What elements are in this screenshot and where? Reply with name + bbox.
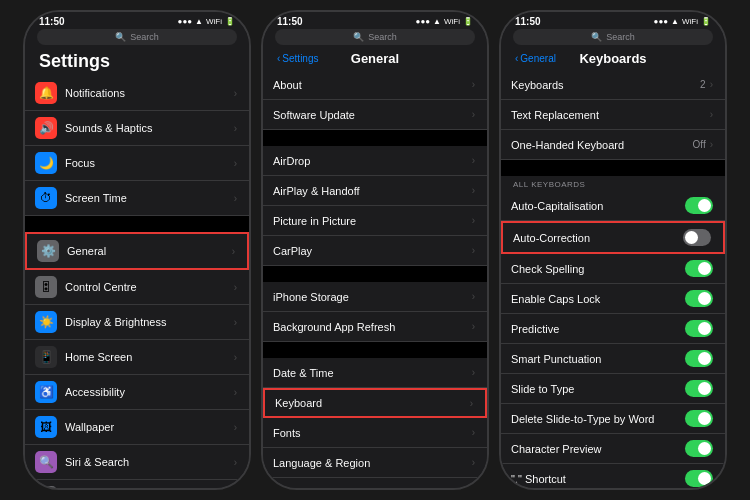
auto-cap-toggle[interactable]	[685, 197, 713, 214]
phone-2: 11:50 ●●● ▲ WiFi 🔋 🔍 Search ‹ Settings G…	[261, 10, 489, 490]
list-item[interactable]: About ›	[263, 70, 487, 100]
check-spelling-toggle[interactable]	[685, 260, 713, 277]
status-bar-2: 11:50 ●●● ▲ WiFi 🔋	[263, 12, 487, 29]
display-icon: ☀️	[35, 311, 57, 333]
phone-3: 11:50 ●●● ▲ WiFi 🔋 🔍 Search ‹ General Ke…	[499, 10, 727, 490]
list-item[interactable]: 🖼 Wallpaper ›	[25, 410, 249, 445]
list-item[interactable]: Software Update ›	[263, 100, 487, 130]
settings-scroll-2[interactable]: About › Software Update › AirDrop › AirP…	[263, 70, 487, 488]
caps-lock-toggle[interactable]	[685, 290, 713, 307]
one-handed-item[interactable]: One-Handed Keyboard Off ›	[501, 130, 725, 160]
title-row-2: ‹ Settings General	[263, 49, 487, 70]
list-item[interactable]: Language & Region ›	[263, 448, 487, 478]
list-item[interactable]: Background App Refresh ›	[263, 312, 487, 342]
text-replacement-item[interactable]: Text Replacement ›	[501, 100, 725, 130]
control-icon: 🎛	[35, 276, 57, 298]
list-item[interactable]: CarPlay ›	[263, 236, 487, 266]
char-preview-item[interactable]: Character Preview	[501, 434, 725, 464]
list-item[interactable]: 🔍 Siri & Search ›	[25, 445, 249, 480]
general-icon: ⚙️	[37, 240, 59, 262]
list-item[interactable]: 🔔 Notifications ›	[25, 76, 249, 111]
settings-list-1: 🔔 Notifications › 🔊 Sounds & Haptics › 🌙…	[25, 76, 249, 488]
smart-punctuation-item[interactable]: Smart Punctuation	[501, 344, 725, 374]
status-bar-3: 11:50 ●●● ▲ WiFi 🔋	[501, 12, 725, 29]
list-item[interactable]: AirDrop ›	[263, 146, 487, 176]
homescreen-icon: 📱	[35, 346, 57, 368]
back-button-2[interactable]: ‹ Settings	[277, 53, 318, 64]
notifications-icon: 🔔	[35, 82, 57, 104]
list-item[interactable]: ⏱ Screen Time ›	[25, 181, 249, 216]
predictive-toggle[interactable]	[685, 320, 713, 337]
general-item[interactable]: ⚙️ General › ◀	[25, 232, 249, 270]
keyboard-item[interactable]: Keyboard › ◀	[263, 388, 487, 418]
list-item[interactable]: iPhone Storage ›	[263, 282, 487, 312]
char-preview-toggle[interactable]	[685, 440, 713, 457]
screentime-icon: ⏱	[35, 187, 57, 209]
time-1: 11:50	[39, 16, 65, 27]
wallpaper-icon: 🖼	[35, 416, 57, 438]
list-item[interactable]: 🔊 Sounds & Haptics ›	[25, 111, 249, 146]
predictive-item[interactable]: Predictive	[501, 314, 725, 344]
list-item[interactable]: 👤 Face ID & Passcode ›	[25, 480, 249, 488]
slide-type-toggle[interactable]	[685, 380, 713, 397]
time-2: 11:50	[277, 16, 303, 27]
slide-to-type-item[interactable]: Slide to Type	[501, 374, 725, 404]
all-keyboards-header: ALL KEYBOARDS	[501, 176, 725, 191]
status-icons-2: ●●● ▲ WiFi 🔋	[416, 17, 473, 26]
dot-shortcut-toggle[interactable]	[685, 470, 713, 487]
title-row-3: ‹ General Keyboards	[501, 49, 725, 70]
list-item[interactable]: ♿ Accessibility ›	[25, 375, 249, 410]
status-icons-1: ●●● ▲ WiFi 🔋	[178, 17, 235, 26]
settings-list-3: Keyboards 2 › Text Replacement › One-Han…	[501, 70, 725, 488]
accessibility-icon: ♿	[35, 381, 57, 403]
settings-list-2: About › Software Update › AirDrop › AirP…	[263, 70, 487, 488]
back-button-3[interactable]: ‹ General	[515, 53, 556, 64]
time-3: 11:50	[515, 16, 541, 27]
check-spelling-item[interactable]: Check Spelling	[501, 254, 725, 284]
section-gap	[263, 130, 487, 146]
auto-correction-toggle[interactable]	[683, 229, 711, 246]
list-item[interactable]: Picture in Picture ›	[263, 206, 487, 236]
siri-icon: 🔍	[35, 451, 57, 473]
page-title-3: Keyboards	[579, 51, 646, 66]
caps-lock-item[interactable]: Enable Caps Lock	[501, 284, 725, 314]
auto-capitalisation-item[interactable]: Auto-Capitalisation	[501, 191, 725, 221]
focus-icon: 🌙	[35, 152, 57, 174]
list-item[interactable]: 🎛 Control Centre ›	[25, 270, 249, 305]
section-gap	[25, 216, 249, 232]
list-item[interactable]: Fonts ›	[263, 418, 487, 448]
keyboards-item[interactable]: Keyboards 2 ›	[501, 70, 725, 100]
status-bar-1: 11:50 ●●● ▲ WiFi 🔋	[25, 12, 249, 29]
search-label-1: Search	[130, 32, 159, 42]
search-label-3: Search	[606, 32, 635, 42]
list-item[interactable]: AirPlay & Handoff ›	[263, 176, 487, 206]
phone-1: 11:50 ●●● ▲ WiFi 🔋 🔍 Search Settings 🔔 N…	[23, 10, 251, 490]
settings-scroll-3[interactable]: Keyboards 2 › Text Replacement › One-Han…	[501, 70, 725, 488]
auto-correction-item[interactable]: Auto-Correction ◀	[501, 221, 725, 254]
section-gap	[501, 160, 725, 176]
delete-slide-item[interactable]: Delete Slide-to-Type by Word	[501, 404, 725, 434]
list-item[interactable]: Date & Time ›	[263, 358, 487, 388]
dot-shortcut-item[interactable]: "." Shortcut	[501, 464, 725, 488]
faceid-icon: 👤	[35, 486, 57, 488]
sounds-icon: 🔊	[35, 117, 57, 139]
list-item[interactable]: 📱 Home Screen ›	[25, 340, 249, 375]
smart-punct-toggle[interactable]	[685, 350, 713, 367]
page-title-1: Settings	[25, 49, 249, 76]
status-icons-3: ●●● ▲ WiFi 🔋	[654, 17, 711, 26]
section-gap	[263, 266, 487, 282]
list-item[interactable]: ☀️ Display & Brightness ›	[25, 305, 249, 340]
list-item[interactable]: 🌙 Focus ›	[25, 146, 249, 181]
settings-scroll-1[interactable]: 🔔 Notifications › 🔊 Sounds & Haptics › 🌙…	[25, 76, 249, 488]
list-item[interactable]: Dictionary ›	[263, 478, 487, 488]
search-label-2: Search	[368, 32, 397, 42]
delete-slide-toggle[interactable]	[685, 410, 713, 427]
section-gap	[263, 342, 487, 358]
page-title-2: General	[351, 51, 399, 66]
